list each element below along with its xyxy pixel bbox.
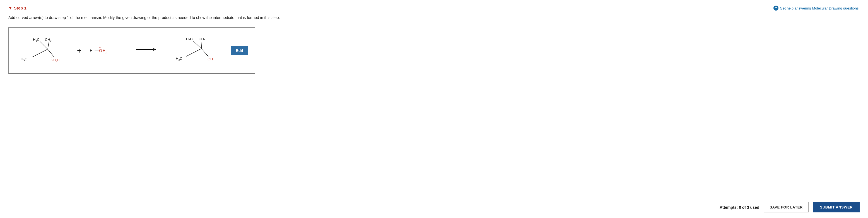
help-link[interactable]: ? Get help answering Molecular Drawing q… (773, 6, 860, 10)
svg-line-4 (32, 49, 48, 57)
attempts-text: Attempts: 0 of 3 used (720, 205, 759, 210)
help-icon: ? (773, 6, 778, 10)
submit-answer-button[interactable]: SUBMIT ANSWER (813, 202, 860, 212)
svg-text::: : (51, 56, 53, 60)
svg-text:2: 2 (105, 51, 106, 54)
step-arrow: ▼ (8, 6, 12, 10)
svg-text:CH3: CH3 (45, 37, 52, 42)
svg-text:··: ·· (99, 46, 101, 50)
svg-line-23 (202, 49, 208, 56)
footer-bar: Attempts: 0 of 3 used SAVE FOR LATER SUB… (720, 202, 860, 212)
step-title: Step 1 (14, 6, 27, 10)
svg-line-3 (48, 42, 49, 49)
edit-button[interactable]: Edit (231, 46, 248, 55)
svg-line-2 (40, 42, 48, 49)
save-for-later-button[interactable]: SAVE FOR LATER (764, 202, 808, 212)
svg-text:OH: OH (208, 57, 213, 61)
reaction-arrow (134, 45, 157, 56)
svg-line-21 (186, 49, 202, 56)
svg-text:H3C: H3C (21, 57, 27, 62)
svg-text:H3C: H3C (176, 56, 182, 61)
drawing-box: H3C CH3 H3C ··O·H (8, 27, 255, 74)
svg-line-20 (202, 41, 202, 49)
instruction-text: Add curved arrow(s) to draw step 1 of th… (8, 15, 860, 21)
svg-text:··O·H: ··O·H (52, 57, 59, 63)
svg-text:H: H (90, 48, 93, 53)
page-container: ? Get help answering Molecular Drawing q… (0, 0, 868, 218)
help-text: Get help answering Molecular Drawing que… (780, 6, 860, 10)
svg-text:H3C: H3C (33, 37, 40, 42)
reactant-area: H3C CH3 H3C ··O·H (16, 32, 121, 69)
product-area: H3C CH3 H3C OH Edit (171, 32, 248, 69)
svg-text:H3C: H3C (186, 37, 193, 42)
molecule-section: H3C CH3 H3C ··O·H (16, 32, 248, 69)
svg-marker-16 (153, 48, 156, 51)
reactant1-svg: H3C CH3 H3C ··O·H (16, 32, 71, 69)
product-svg: H3C CH3 H3C OH (171, 32, 226, 69)
step-header: ▼ Step 1 (8, 6, 860, 10)
svg-line-6 (48, 49, 54, 57)
reactant2-svg: H O ·· H 2 (87, 39, 121, 62)
plus-sign: + (77, 46, 82, 55)
svg-line-19 (193, 41, 202, 49)
